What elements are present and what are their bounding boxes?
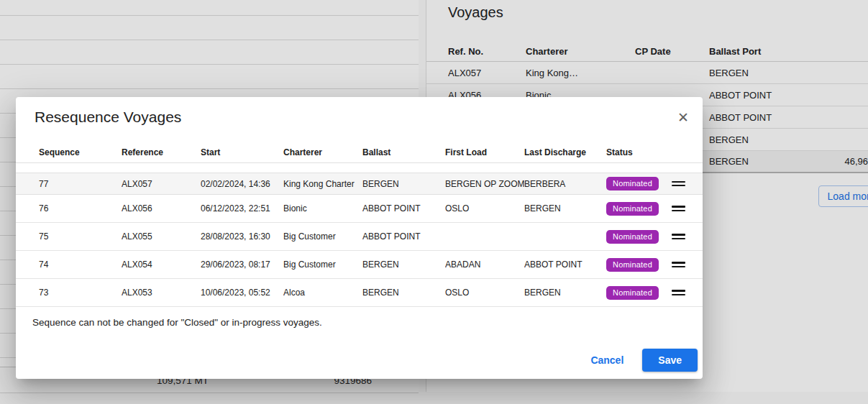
reference-cell: ALX056 <box>122 203 201 214</box>
ballast-cell: BERGEN <box>362 288 445 298</box>
drag-handle-icon[interactable] <box>672 262 685 267</box>
voyage-row-ALX053[interactable]: 73ALX05310/06/2023, 05:52AlcoaBERGENOSLO… <box>16 279 703 307</box>
status-cell: Nominated <box>606 202 669 216</box>
column-header-first-load: First Load <box>445 147 524 157</box>
status-cell: Nominated <box>606 258 669 272</box>
voyage-row-ALX055[interactable]: 75ALX05528/08/2023, 16:30Big CustomerABB… <box>16 223 703 251</box>
ballast-cell: BERGEN <box>362 179 445 189</box>
column-header-sequence: Sequence <box>39 147 122 157</box>
column-header-status: Status <box>606 147 669 157</box>
close-icon[interactable]: ✕ <box>674 109 693 127</box>
drag-handle-icon[interactable] <box>672 206 685 211</box>
sequence-cell: 75 <box>39 231 122 242</box>
first-load-cell: OSLO <box>445 203 524 214</box>
sequence-cell: 74 <box>39 260 122 270</box>
voyage-row-ALX056[interactable]: 76ALX05606/12/2023, 22:51BionicABBOT POI… <box>16 195 703 223</box>
dialog-title: Resequence Voyages <box>35 109 181 126</box>
sequence-cell: 76 <box>39 203 122 214</box>
save-button[interactable]: Save <box>642 349 698 372</box>
status-cell: Nominated <box>606 286 669 300</box>
sequence-cell: 77 <box>39 179 122 189</box>
start-cell[interactable]: 10/06/2023, 05:52 <box>201 288 283 298</box>
start-cell: 06/12/2023, 22:51 <box>201 203 283 214</box>
ballast-cell: ABBOT POINT <box>362 203 445 214</box>
status-badge: Nominated <box>606 177 659 190</box>
first-load-cell: BERGEN OP ZOOM <box>445 179 524 189</box>
last-discharge-cell: BERGEN <box>524 203 606 214</box>
ballast-cell: ABBOT POINT <box>362 231 445 242</box>
drag-handle-cell <box>669 179 703 189</box>
status-badge: Nominated <box>606 258 659 272</box>
start-cell: 28/08/2023, 16:30 <box>201 231 283 242</box>
reference-cell: ALX055 <box>122 231 201 242</box>
sequence-cell: 73 <box>39 288 122 298</box>
charterer-cell: Big Customer <box>283 231 362 242</box>
charterer-cell: King Kong Charter <box>283 179 362 189</box>
drag-handle-cell <box>669 203 703 214</box>
resequence-table-body: 77ALX05702/02/2024, 14:36King Kong Chart… <box>16 173 703 307</box>
first-load-cell: OSLO <box>445 288 524 298</box>
first-load-cell: ABADAN <box>445 260 524 270</box>
status-cell: Nominated <box>606 230 669 244</box>
column-header-reference: Reference <box>122 147 201 157</box>
voyage-row-ALX057[interactable]: 77ALX05702/02/2024, 14:36King Kong Chart… <box>16 173 703 195</box>
resequence-voyages-dialog: Resequence Voyages ✕ Sequence Reference … <box>16 97 703 379</box>
last-discharge-cell: BERBERA <box>524 179 606 189</box>
reference-cell: ALX057 <box>122 179 201 189</box>
column-header-ballast: Ballast <box>362 147 445 157</box>
reference-cell: ALX054 <box>122 260 201 270</box>
status-badge: Nominated <box>606 202 659 216</box>
ballast-cell: BERGEN <box>362 260 445 270</box>
drag-handle-icon[interactable] <box>672 234 685 239</box>
drag-handle-cell <box>669 260 703 270</box>
charterer-cell: Bionic <box>283 203 362 214</box>
dialog-actions: Cancel Save <box>580 349 698 372</box>
column-header-start: Start <box>201 147 283 157</box>
status-cell: Nominated <box>606 177 669 190</box>
dialog-note: Sequence can not be changed for "Closed"… <box>32 317 322 328</box>
status-badge: Nominated <box>606 286 659 300</box>
voyage-row-ALX054[interactable]: 74ALX05429/06/2023, 08:17Big CustomerBER… <box>16 251 703 279</box>
column-header-last-discharge: Last Discharge <box>524 147 606 157</box>
start-cell: 02/02/2024, 14:36 <box>201 179 283 189</box>
cancel-button[interactable]: Cancel <box>580 349 634 372</box>
charterer-cell: Big Customer <box>283 260 362 270</box>
status-badge: Nominated <box>606 230 659 244</box>
resequence-table-header: Sequence Reference Start Charterer Balla… <box>16 142 703 163</box>
drag-handle-icon[interactable] <box>672 181 685 187</box>
reference-cell: ALX053 <box>122 288 201 298</box>
last-discharge-cell: ABBOT POINT <box>524 260 606 270</box>
start-cell: 29/06/2023, 08:17 <box>201 260 283 270</box>
drag-handle-icon[interactable] <box>672 290 685 295</box>
drag-handle-cell <box>669 231 703 242</box>
drag-handle-cell <box>669 288 703 298</box>
charterer-cell: Alcoa <box>283 288 362 298</box>
last-discharge-cell: BERGEN <box>524 288 606 298</box>
column-header-charterer: Charterer <box>283 147 362 157</box>
